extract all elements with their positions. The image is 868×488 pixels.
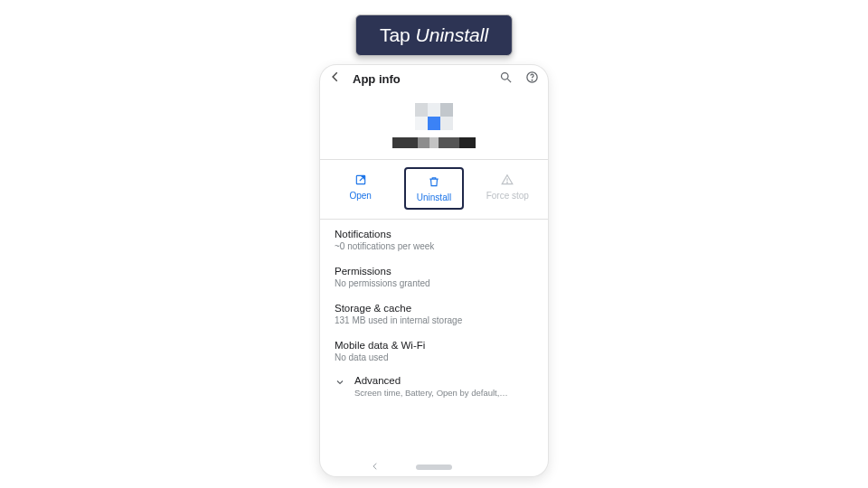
callout-emph: Uninstall	[416, 24, 489, 45]
mobile-row[interactable]: Mobile data & Wi-Fi No data used	[320, 331, 548, 368]
storage-title: Storage & cache	[335, 303, 533, 314]
callout-prefix: Tap	[380, 24, 416, 45]
nav-home-pill[interactable]	[416, 465, 452, 470]
permissions-row[interactable]: Permissions No permissions granted	[320, 257, 548, 294]
uninstall-label: Uninstall	[408, 192, 460, 202]
advanced-row[interactable]: Advanced Screen time, Battery, Open by d…	[320, 368, 548, 405]
uninstall-button[interactable]: Uninstall	[404, 167, 464, 210]
trash-icon	[408, 174, 460, 189]
topbar: App info	[320, 65, 548, 96]
notifications-sub: ~0 notifications per week	[335, 241, 533, 251]
storage-sub: 131 MB used in internal storage	[335, 315, 533, 325]
svg-point-0	[502, 73, 509, 80]
back-icon[interactable]	[329, 70, 342, 87]
advanced-sub: Screen time, Battery, Open by default, S…	[354, 388, 508, 398]
notifications-row[interactable]: Notifications ~0 notifications per week	[320, 220, 548, 257]
permissions-sub: No permissions granted	[335, 278, 533, 288]
warning-icon	[479, 173, 535, 187]
permissions-title: Permissions	[335, 266, 533, 277]
notifications-title: Notifications	[335, 229, 533, 239]
mobile-sub: No data used	[335, 352, 533, 362]
action-row: Open Uninstall Force stop	[320, 160, 548, 220]
svg-line-1	[507, 79, 511, 82]
svg-point-3	[532, 80, 533, 80]
nav-back-icon[interactable]	[371, 462, 380, 473]
page-title: App info	[353, 72, 488, 86]
open-label: Open	[333, 191, 389, 201]
app-name-redacted	[392, 137, 476, 148]
help-icon[interactable]	[525, 70, 539, 87]
storage-row[interactable]: Storage & cache 131 MB used in internal …	[320, 294, 548, 331]
advanced-title: Advanced	[354, 375, 508, 386]
open-icon	[333, 173, 389, 187]
open-button[interactable]: Open	[331, 167, 391, 210]
force-stop-label: Force stop	[479, 191, 535, 201]
system-navbar	[320, 462, 548, 473]
search-icon[interactable]	[499, 70, 513, 87]
app-icon	[320, 103, 548, 130]
instruction-callout: Tap Uninstall	[355, 14, 513, 56]
svg-point-6	[507, 183, 508, 183]
force-stop-button: Force stop	[477, 167, 537, 210]
phone-frame: App info Open Unin	[320, 65, 548, 476]
chevron-down-icon	[335, 377, 345, 390]
mobile-title: Mobile data & Wi-Fi	[335, 340, 533, 351]
